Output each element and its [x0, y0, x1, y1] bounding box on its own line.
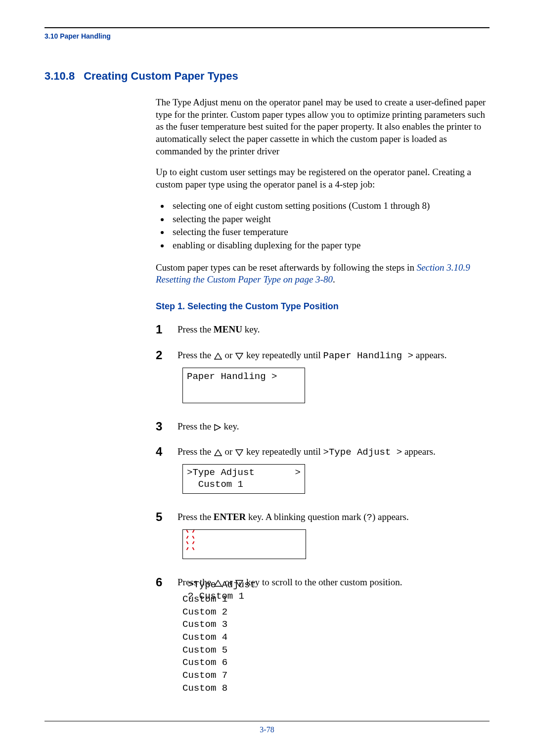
reset-note-paragraph: Custom paper types can be reset afterwar…	[156, 262, 487, 286]
top-rule	[44, 27, 490, 28]
step-body: Press the MENU key.	[178, 323, 487, 341]
bullet-item: selecting one of eight custom setting po…	[170, 200, 487, 212]
text: Press the	[178, 512, 214, 522]
mono-text: Paper Handling >	[323, 350, 413, 361]
blink-cursor-icon	[187, 532, 194, 539]
up-triangle-icon	[214, 449, 222, 456]
step-number: 3	[156, 420, 178, 432]
lcd-display: >Type Adjust? Custom 1	[182, 529, 306, 559]
bullet-list: selecting one of eight custom setting po…	[156, 200, 487, 252]
step-subheading: Step 1. Selecting the Custom Type Positi…	[156, 301, 487, 312]
step-number: 2	[156, 349, 178, 361]
text: Press the	[178, 421, 214, 431]
mono-text: ?	[366, 512, 372, 523]
text: key repeatedly until	[246, 350, 323, 360]
text: Press the	[178, 350, 214, 360]
bullet-item: selecting the paper weight	[170, 213, 487, 226]
menu-key-label: MENU	[214, 324, 242, 334]
lcd-line: Custom 1	[187, 479, 301, 491]
lcd-display: >Type Adjust> Custom 1	[182, 464, 305, 494]
step-row: 2 Press the or key repeatedly until Pape…	[156, 349, 487, 412]
down-triangle-icon	[235, 353, 243, 360]
text: key.	[242, 324, 260, 334]
section-heading: 3.10.8Creating Custom Paper Types	[44, 70, 490, 83]
text: or	[225, 350, 235, 360]
reset-note-pre: Custom paper types can be reset afterwar…	[156, 262, 417, 273]
lcd-line: >Type Adjust	[188, 579, 302, 591]
page-footer: 3-78	[44, 721, 490, 734]
lcd-line: >Type Adjust>	[187, 467, 301, 479]
step-row: 5 Press the ENTER key. A blinking questi…	[156, 511, 487, 568]
text: key. A blinking question mark (	[246, 512, 366, 522]
mono-text: >Type Adjust >	[323, 447, 402, 458]
intro-paragraph-2: Up to eight custom user settings may be …	[156, 166, 487, 190]
step-row: 4 Press the or key repeatedly until >Typ…	[156, 445, 487, 503]
step-number: 5	[156, 511, 178, 523]
text: appears.	[402, 446, 436, 457]
text: key repeatedly until	[246, 446, 323, 457]
step-body: Press the or key repeatedly until >Type …	[178, 445, 487, 503]
body-column: The Type Adjust menu on the operator pan…	[156, 96, 487, 695]
lcd-line: Paper Handling >	[187, 371, 301, 383]
text: appears.	[413, 350, 447, 360]
lcd-line: ? Custom 1	[188, 591, 302, 603]
text: or	[225, 446, 235, 457]
down-triangle-icon	[235, 449, 243, 456]
bullet-item: selecting the fuser temperature	[170, 226, 487, 238]
step-number: 4	[156, 445, 178, 458]
intro-paragraph-1: The Type Adjust menu on the operator pan…	[156, 96, 487, 157]
text: Press the	[178, 324, 214, 334]
svg-marker-2	[215, 425, 221, 430]
step-number: 6	[156, 576, 178, 588]
section-title: Creating Custom Paper Types	[84, 70, 238, 82]
step-body: Press the ENTER key. A blinking question…	[178, 511, 487, 568]
right-triangle-icon	[214, 424, 221, 431]
up-triangle-icon	[214, 353, 222, 360]
page-number: 3-78	[44, 725, 490, 734]
bottom-rule	[44, 721, 490, 721]
section-number: 3.10.8	[44, 70, 75, 83]
text: key.	[224, 421, 239, 431]
step-body: Press the key.	[178, 420, 487, 438]
enter-key-label: ENTER	[214, 512, 246, 522]
svg-marker-3	[215, 450, 222, 456]
page: 3.10 Paper Handling 3.10.8Creating Custo…	[0, 0, 534, 756]
step-number: 1	[156, 323, 178, 335]
bullet-item: enabling or disabling duplexing for the …	[170, 239, 487, 252]
steps-container: 1 Press the MENU key. 2 Press the or	[156, 323, 487, 695]
text: ) appears.	[372, 512, 409, 522]
svg-marker-1	[236, 353, 243, 359]
text: Press the	[178, 446, 214, 457]
step-row: 1 Press the MENU key.	[156, 323, 487, 341]
blink-cursor-icon	[187, 544, 194, 551]
step-row: 3 Press the key.	[156, 420, 487, 438]
svg-marker-4	[236, 450, 243, 456]
reset-note-post: .	[333, 274, 335, 284]
svg-marker-0	[215, 353, 222, 359]
step-body: Press the or key repeatedly until Paper …	[178, 349, 487, 412]
lcd-display: Paper Handling >	[182, 368, 305, 403]
running-header: 3.10 Paper Handling	[44, 32, 490, 40]
